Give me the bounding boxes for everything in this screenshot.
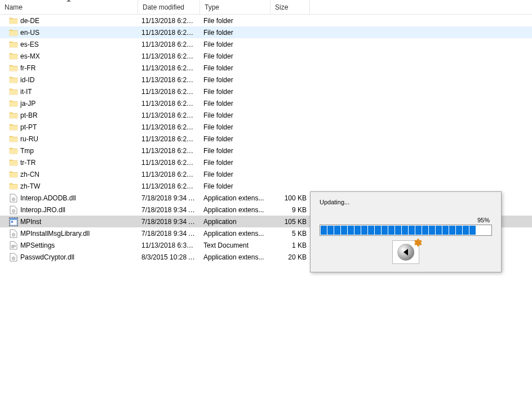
file-type-cell: Application extens...	[200, 206, 271, 214]
column-header-name[interactable]: Name	[0, 0, 138, 14]
column-header-size[interactable]: Size	[271, 0, 310, 14]
file-size-cell: 5 KB	[271, 230, 310, 238]
progress-icon-row	[320, 240, 492, 264]
dll-icon	[9, 194, 18, 203]
chevron-left-icon	[404, 249, 408, 256]
file-name-label: pt-BR	[20, 111, 38, 119]
file-date-cell: 7/18/2018 9:34 AM	[138, 206, 200, 214]
file-name-label: zh-TW	[20, 182, 40, 190]
file-row[interactable]: pt-BR11/13/2018 6:29 PMFile folder	[0, 109, 532, 121]
file-date-cell: 11/13/2018 6:29 PM	[138, 182, 200, 190]
file-date-cell: 11/13/2018 6:29 PM	[138, 52, 200, 60]
file-row[interactable]: id-ID11/13/2018 6:29 PMFile folder	[0, 74, 532, 86]
file-date-cell: 11/13/2018 6:29 PM	[138, 41, 200, 48]
column-header-size-label: Size	[275, 3, 288, 11]
file-row[interactable]: tr-TR11/13/2018 6:29 PMFile folder	[0, 156, 532, 168]
file-row[interactable]: de-DE11/13/2018 6:29 PMFile folder	[0, 15, 532, 26]
progress-segment	[327, 226, 334, 235]
file-type-cell: Application extens...	[200, 194, 271, 202]
file-name-cell: Tmp	[0, 146, 138, 155]
file-name-cell: es-MX	[0, 52, 138, 61]
file-date-cell: 11/13/2018 6:29 PM	[138, 76, 200, 84]
dll-icon	[9, 229, 18, 238]
folder-icon	[9, 40, 18, 49]
file-type-cell: File folder	[200, 41, 271, 48]
file-name-cell: zh-CN	[0, 170, 138, 179]
file-name-cell: MPInst	[0, 217, 138, 226]
file-row[interactable]: zh-TW11/13/2018 6:29 PMFile folder	[0, 180, 532, 192]
file-size-cell: 20 KB	[271, 253, 310, 261]
file-name-cell: es-ES	[0, 40, 138, 49]
file-name-cell: tr-TR	[0, 158, 138, 167]
svg-point-8	[13, 234, 14, 235]
file-type-cell: Application extens...	[200, 253, 271, 261]
file-name-cell: fr-FR	[0, 64, 138, 73]
file-name-label: PasswdCryptor.dll	[20, 253, 74, 261]
progress-bar	[320, 225, 492, 236]
progress-segment	[429, 226, 435, 235]
file-date-cell: 7/18/2018 9:34 AM	[138, 194, 200, 202]
column-header-date[interactable]: Date modified	[138, 0, 200, 14]
file-date-cell: 11/13/2018 6:29 PM	[138, 123, 200, 131]
file-name-cell: zh-TW	[0, 182, 138, 191]
progress-segment	[456, 226, 462, 235]
file-row[interactable]: ru-RU11/13/2018 6:29 PMFile folder	[0, 133, 532, 145]
file-name-cell: MPSettings	[0, 241, 138, 250]
progress-app-icon	[392, 240, 419, 264]
file-type-cell: File folder	[200, 29, 271, 37]
progress-segment	[361, 226, 367, 235]
file-type-cell: File folder	[200, 64, 271, 72]
file-name-label: Interop.JRO.dll	[20, 206, 65, 214]
sort-ascending-icon	[66, 0, 71, 2]
folder-icon	[9, 87, 18, 96]
file-name-label: MPSettings	[20, 241, 55, 249]
gear-icon	[412, 238, 422, 248]
file-type-cell: Application	[200, 218, 271, 226]
file-type-cell: Application extens...	[200, 230, 271, 238]
file-row[interactable]: ja-JP11/13/2018 6:29 PMFile folder	[0, 97, 532, 109]
file-row[interactable]: fr-FR11/13/2018 6:29 PMFile folder	[0, 62, 532, 74]
file-name-cell: PasswdCryptor.dll	[0, 253, 138, 262]
progress-segment	[442, 226, 449, 235]
file-row[interactable]: pt-PT11/13/2018 6:29 PMFile folder	[0, 121, 532, 133]
progress-percent-label: 95%	[320, 217, 492, 223]
progress-segment	[354, 226, 361, 235]
svg-point-13	[13, 258, 14, 259]
progress-segment	[395, 226, 401, 235]
file-date-cell: 11/13/2018 6:29 PM	[138, 17, 200, 25]
file-row[interactable]: es-ES11/13/2018 6:29 PMFile folder	[0, 38, 532, 50]
file-name-cell: ja-JP	[0, 99, 138, 108]
folder-icon	[9, 123, 18, 132]
file-row[interactable]: Tmp11/13/2018 6:29 PMFile folder	[0, 145, 532, 156]
file-name-label: es-MX	[20, 52, 40, 60]
progress-segment	[368, 226, 374, 235]
file-size-cell: 9 KB	[271, 206, 310, 214]
file-name-label: MPInstallMsgLibrary.dll	[20, 230, 90, 238]
file-name-label: ru-RU	[20, 135, 38, 143]
file-date-cell: 11/13/2018 6:29 PM	[138, 111, 200, 119]
file-type-cell: Text Document	[200, 241, 271, 249]
file-date-cell: 11/13/2018 6:29 PM	[138, 29, 200, 37]
file-row[interactable]: it-IT11/13/2018 6:29 PMFile folder	[0, 86, 532, 97]
folder-icon	[9, 99, 18, 108]
file-name-label: Interop.ADODB.dll	[20, 194, 76, 202]
column-header-name-label: Name	[5, 3, 23, 11]
progress-segment	[449, 226, 455, 235]
file-name-label: de-DE	[20, 17, 39, 25]
file-date-cell: 11/13/2018 6:29 PM	[138, 147, 200, 155]
file-type-cell: File folder	[200, 17, 271, 25]
column-header-type-label: Type	[205, 3, 219, 11]
file-row[interactable]: en-US11/13/2018 6:29 PMFile folder	[0, 26, 532, 38]
progress-segment	[436, 226, 442, 235]
file-name-label: es-ES	[20, 41, 39, 48]
file-name-cell: de-DE	[0, 16, 138, 25]
progress-segment	[375, 226, 381, 235]
file-name-label: ja-JP	[20, 100, 36, 108]
file-row[interactable]: zh-CN11/13/2018 6:29 PMFile folder	[0, 168, 532, 180]
app-icon	[9, 217, 18, 226]
file-name-label: MPInst	[20, 218, 41, 226]
file-type-cell: File folder	[200, 171, 271, 178]
column-header-type[interactable]: Type	[200, 0, 271, 14]
file-row[interactable]: es-MX11/13/2018 6:29 PMFile folder	[0, 50, 532, 62]
folder-icon	[9, 158, 18, 167]
